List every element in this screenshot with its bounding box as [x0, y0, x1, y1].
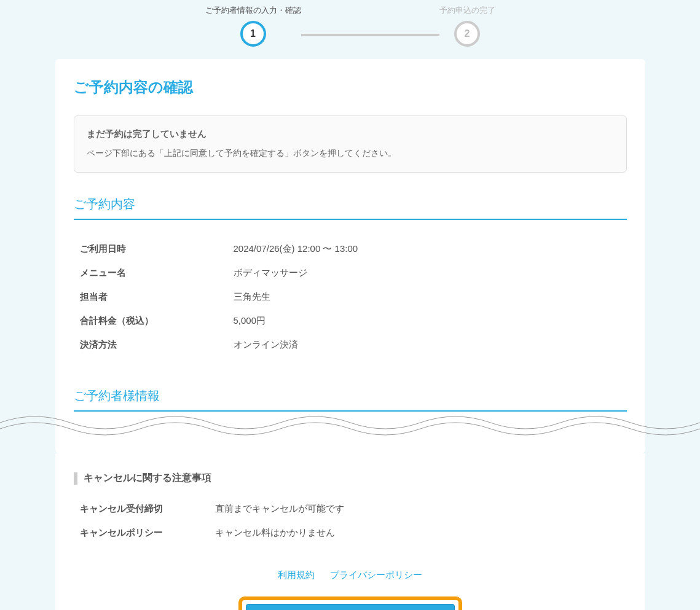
label-cancel-deadline: キャンセル受付締切	[80, 503, 215, 515]
value-staff: 三角先生	[234, 291, 270, 303]
value-price: 5,000円	[234, 315, 266, 327]
cancellation-section-title: キャンセルに関する注意事項	[74, 472, 627, 485]
label-menu: メニュー名	[80, 267, 234, 279]
label-staff: 担当者	[80, 291, 234, 303]
detail-row-cancel-deadline: キャンセル受付締切 直前までキャンセルが可能です	[74, 497, 627, 521]
privacy-link[interactable]: プライバシーポリシー	[330, 569, 422, 580]
step-connector	[301, 34, 439, 36]
section-bar-icon	[74, 472, 77, 485]
confirm-reservation-button[interactable]: 上記に同意して予約を確定する	[246, 604, 455, 610]
notice-box: まだ予約は完了していません ページ下部にある「上記に同意して予約を確定する」ボタ…	[74, 115, 627, 173]
detail-row-datetime: ご利用日時 2024/07/26(金) 12:00 〜 13:00	[74, 237, 627, 261]
detail-row-payment: 決済方法 オンライン決済	[74, 333, 627, 357]
detail-row-price: 合計料金（税込） 5,000円	[74, 309, 627, 333]
value-cancel-deadline: 直前までキャンセルが可能です	[215, 503, 344, 515]
step-2-label: 予約申込の完了	[439, 5, 495, 16]
confirm-wrapper: 上記に同意して予約を確定する	[74, 596, 627, 610]
notice-text: ページ下部にある「上記に同意して予約を確定する」ボタンを押してください。	[87, 146, 614, 160]
terms-link[interactable]: 利用規約	[278, 569, 315, 580]
main-card: ご予約内容の確認 まだ予約は完了していません ページ下部にある「上記に同意して予…	[55, 59, 645, 453]
progress-stepper: ご予約者情報の入力・確認 1 予約申込の完了 2	[0, 0, 700, 59]
value-cancel-policy: キャンセル料はかかりません	[215, 527, 335, 539]
notice-title: まだ予約は完了していません	[87, 128, 614, 140]
step-1-circle: 1	[240, 21, 266, 47]
step-2-circle: 2	[454, 21, 480, 47]
value-menu: ボディマッサージ	[234, 267, 307, 279]
lower-card: キャンセルに関する注意事項 キャンセル受付締切 直前までキャンセルが可能です キ…	[55, 453, 645, 610]
label-cancel-policy: キャンセルポリシー	[80, 527, 215, 539]
step-2: 予約申込の完了 2	[439, 5, 495, 47]
label-datetime: ご利用日時	[80, 243, 234, 255]
step-1-number: 1	[250, 28, 256, 39]
detail-row-menu: メニュー名 ボディマッサージ	[74, 261, 627, 285]
confirm-highlight-box: 上記に同意して予約を確定する	[238, 596, 462, 610]
detail-row-cancel-policy: キャンセルポリシー キャンセル料はかかりません	[74, 521, 627, 545]
step-2-number: 2	[465, 28, 470, 39]
reservation-section-title: ご予約内容	[74, 196, 627, 220]
label-payment: 決済方法	[80, 339, 234, 351]
step-1: ご予約者情報の入力・確認 1	[205, 5, 301, 47]
cancellation-title-text: キャンセルに関する注意事項	[84, 472, 211, 485]
label-price: 合計料金（税込）	[80, 315, 234, 327]
customer-section-title: ご予約者様情報	[74, 388, 627, 412]
legal-links: 利用規約 プライバシーポリシー	[74, 569, 627, 581]
step-1-label: ご予約者情報の入力・確認	[205, 5, 301, 16]
value-payment: オンライン決済	[234, 339, 298, 351]
value-datetime: 2024/07/26(金) 12:00 〜 13:00	[234, 243, 358, 255]
detail-row-staff: 担当者 三角先生	[74, 285, 627, 309]
page-title: ご予約内容の確認	[74, 77, 627, 97]
